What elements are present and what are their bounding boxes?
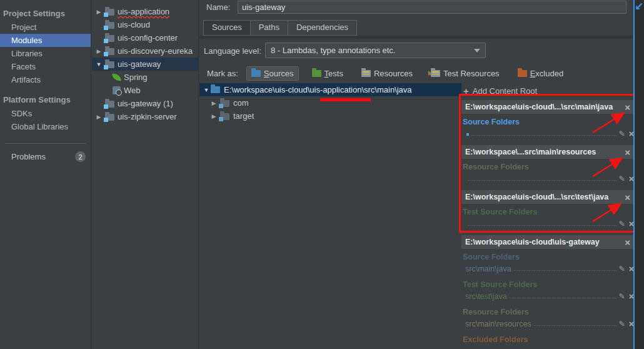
- content-root-header[interactable]: E:\workspace\uis-cloud\...\src\test\java…: [461, 190, 634, 204]
- language-level-label: Language level:: [204, 46, 261, 56]
- source-folders-title: Source Folders: [463, 118, 634, 126]
- mark-button-label: Sources: [264, 69, 294, 78]
- module-label: uis-zipkin-server: [118, 112, 177, 121]
- problems-label: Problems: [11, 152, 46, 161]
- content-root-header[interactable]: E:\workspace\uis-cloud\...\src\main\java…: [461, 100, 634, 114]
- mark-as-label: Mark as:: [207, 69, 238, 78]
- chevron-right-icon[interactable]: ▶: [95, 9, 103, 15]
- module-tree-item-uis-config-center[interactable]: uis-config-center: [92, 31, 198, 44]
- content-root-card: E:\workspace\uis-cloud\uis-gateway × Sou…: [461, 235, 634, 344]
- chevron-right-icon[interactable]: ▶: [95, 114, 103, 120]
- tab-dependencies[interactable]: Dependencies: [288, 20, 357, 36]
- content-root-card: E:\workspace\uis-cloud\...\src\test\java…: [461, 190, 634, 228]
- folder-path: src\test\java: [465, 292, 507, 301]
- modules-tree-panel: ▶ uis-application uis-cloud uis-config-c…: [92, 0, 199, 349]
- module-label: uis-cloud: [118, 20, 150, 29]
- dotted-leader: [468, 180, 616, 181]
- edit-icon[interactable]: ✎: [619, 320, 625, 328]
- chevron-right-icon[interactable]: ▶: [210, 113, 218, 119]
- tab-sources[interactable]: Sources: [203, 20, 251, 36]
- sidebar-item-problems[interactable]: Problems 2: [0, 149, 91, 164]
- source-folders-title: Source Folders: [463, 253, 634, 261]
- web-icon: [113, 86, 121, 94]
- remove-content-root-icon[interactable]: ×: [625, 192, 630, 203]
- excluded-folder-icon: [518, 70, 527, 77]
- sources-folder-icon: [251, 70, 261, 77]
- facet-label: Web: [124, 86, 141, 95]
- folder-entry-row: src\main\java ✎ ×: [465, 263, 634, 273]
- chevron-down-icon[interactable]: ▼: [203, 87, 210, 93]
- language-level-select[interactable]: 8 - Lambdas, type annotations etc.: [265, 43, 486, 58]
- excluded-folders-title: Excluded Folders: [463, 335, 634, 344]
- settings-sidebar: Project Settings Project Modules Librari…: [0, 0, 91, 349]
- folder-path: src\main\java: [465, 265, 511, 273]
- name-label: Name:: [206, 3, 230, 12]
- mark-button-label: Resources: [374, 69, 413, 78]
- project-settings-header: Project Settings: [0, 6, 91, 21]
- sidebar-item-artifacts[interactable]: Artifacts: [0, 73, 91, 86]
- sidebar-item-sdks[interactable]: SDKs: [0, 107, 91, 120]
- mark-test-resources-button[interactable]: Test Resources: [426, 66, 505, 81]
- content-root-path: E:\workspace\...src\main\resources: [465, 148, 596, 156]
- module-tree-item-uis-cloud[interactable]: uis-cloud: [92, 18, 198, 31]
- sidebar-divider: [5, 143, 86, 144]
- edit-icon[interactable]: ✎: [619, 220, 625, 228]
- content-root-header[interactable]: E:\workspace\...src\main\resources ×: [461, 145, 634, 159]
- sidebar-item-global-libraries[interactable]: Global Libraries: [0, 120, 91, 133]
- name-row: Name:: [199, 0, 633, 16]
- folder-entry-row: src\main\resources ✎ ×: [465, 318, 634, 328]
- module-label: uis-config-center: [118, 33, 178, 43]
- content-root-card: E:\workspace\uis-cloud\...\src\main\java…: [461, 100, 634, 138]
- mark-resources-button[interactable]: Resources: [356, 66, 418, 81]
- module-name-input[interactable]: [238, 1, 626, 14]
- mark-excluded-button[interactable]: Excluded: [513, 66, 568, 81]
- module-folder-icon: [105, 101, 114, 108]
- module-tree-item-uis-gateway[interactable]: ▼ uis-gateway: [92, 58, 198, 71]
- folder-label: target: [233, 111, 254, 121]
- remove-content-root-icon[interactable]: ×: [625, 237, 630, 248]
- tab-paths[interactable]: Paths: [251, 20, 288, 36]
- module-tree-item-web-facet[interactable]: Web: [92, 84, 198, 97]
- module-folder-icon: [105, 9, 114, 16]
- dotted-leader: [468, 225, 616, 226]
- module-tree-item-uis-application[interactable]: ▶ uis-application: [92, 5, 198, 18]
- edit-icon[interactable]: ✎: [619, 293, 625, 301]
- module-tree-item-uis-discovery-eureka[interactable]: ▶ uis-discovery-eureka: [92, 44, 198, 58]
- chevron-right-icon[interactable]: ▶: [210, 100, 218, 106]
- remove-content-root-icon[interactable]: ×: [625, 102, 630, 113]
- mark-tests-button[interactable]: Tests: [307, 66, 348, 81]
- module-tree-item-uis-gateway-1[interactable]: uis-gateway (1): [92, 97, 198, 110]
- dotted-leader: [471, 135, 616, 136]
- problems-count-badge: 2: [75, 151, 86, 162]
- module-folder-icon: [105, 48, 114, 55]
- edit-icon[interactable]: ✎: [619, 130, 625, 138]
- tree-item-target[interactable]: ▶ target: [199, 109, 461, 123]
- module-folder-icon: [105, 61, 114, 68]
- source-root-folder-icon: [211, 86, 220, 93]
- content-root-header[interactable]: E:\workspace\uis-cloud\uis-gateway ×: [461, 235, 634, 249]
- add-content-root-button[interactable]: + Add Content Root: [461, 85, 634, 96]
- mark-sources-button[interactable]: Sources: [246, 66, 299, 81]
- facet-label: Spring: [124, 73, 148, 82]
- content-root-path-row[interactable]: ▼ E:\workspace\uis-cloud\uis-application…: [199, 83, 461, 96]
- chevron-down-icon[interactable]: ▼: [95, 61, 103, 68]
- module-tree-item-spring-facet[interactable]: Spring: [92, 71, 198, 84]
- module-label: uis-gateway (1): [118, 99, 173, 108]
- folder-label: com: [233, 98, 249, 108]
- tree-item-com[interactable]: ▶ com: [199, 96, 461, 109]
- mark-as-row: Mark as: Sources Tests Resources Test Re…: [199, 65, 633, 81]
- mark-button-label: Tests: [325, 69, 343, 78]
- chevron-right-icon[interactable]: ▶: [95, 48, 103, 54]
- sidebar-item-libraries[interactable]: Libraries: [0, 47, 91, 60]
- edit-icon[interactable]: ✎: [619, 175, 625, 183]
- content-root-path: E:\workspace\uis-cloud\uis-gateway: [465, 238, 600, 246]
- project-structure-dialog: Project Settings Project Modules Librari…: [0, 0, 644, 349]
- edit-icon[interactable]: ✎: [619, 265, 625, 273]
- sidebar-item-modules[interactable]: Modules: [0, 34, 91, 47]
- module-editor-panel: Name: Sources Paths Dependencies Languag…: [199, 0, 633, 349]
- sidebar-item-project[interactable]: Project: [0, 21, 91, 34]
- remove-content-root-icon[interactable]: ×: [625, 147, 630, 158]
- module-tree-item-uis-zipkin-server[interactable]: ▶ uis-zipkin-server: [92, 110, 198, 123]
- sidebar-item-facets[interactable]: Facets: [0, 60, 91, 73]
- folder-icon: [220, 113, 229, 120]
